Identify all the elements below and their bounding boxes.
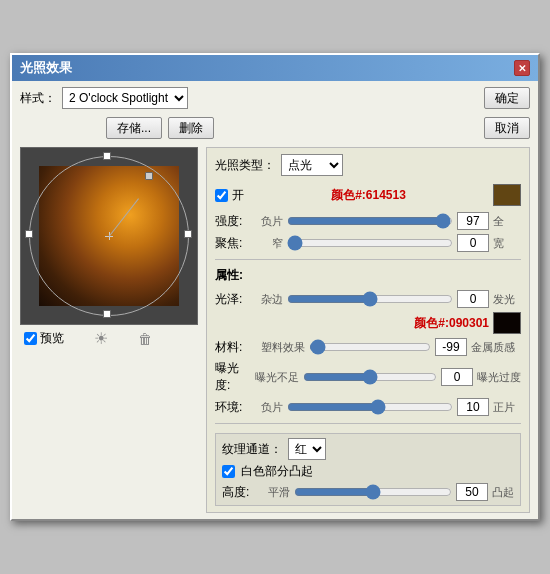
focus-label: 聚焦:: [215, 235, 251, 252]
style-select[interactable]: 2 O'clock Spotlight Blue Omni Circle of …: [62, 87, 188, 109]
gloss-slider-wrapper: [287, 292, 453, 306]
dialog-window: 光照效果 ✕ 样式： 2 O'clock Spotlight Blue Omni…: [10, 53, 540, 521]
gloss-slider[interactable]: [287, 292, 453, 306]
ambience-label: 环境:: [215, 399, 251, 416]
ambience-input[interactable]: [457, 398, 489, 416]
divider-1: [215, 259, 521, 260]
handle-right[interactable]: [184, 230, 192, 238]
focus-slider-wrapper: [287, 236, 453, 250]
material-slider[interactable]: [309, 340, 431, 354]
ambience-row: 环境: 负片 正片: [215, 398, 521, 416]
second-row: 存储... 删除 取消: [20, 117, 530, 139]
gloss-label: 光泽:: [215, 291, 251, 308]
exposure-min: 曝光不足: [255, 370, 299, 385]
canvas-area[interactable]: [20, 147, 198, 325]
height-min: 平滑: [262, 485, 290, 500]
exposure-slider[interactable]: [303, 370, 437, 384]
height-input[interactable]: [456, 483, 488, 501]
dialog-title: 光照效果: [20, 59, 72, 77]
light-type-select[interactable]: 点光 全光源 平行光: [281, 154, 343, 176]
exposure-input[interactable]: [441, 368, 473, 386]
open-checkbox[interactable]: [215, 189, 228, 202]
material-input[interactable]: [435, 338, 467, 356]
cancel-button[interactable]: 取消: [484, 117, 530, 139]
light-type-label: 光照类型：: [215, 157, 275, 174]
preview-checkbox[interactable]: [24, 332, 37, 345]
height-max: 凸起: [492, 485, 514, 500]
exposure-slider-wrapper: [303, 370, 437, 384]
material-label: 材料:: [215, 339, 251, 356]
gloss-min: 杂边: [255, 292, 283, 307]
gloss-input[interactable]: [457, 290, 489, 308]
white-checkbox[interactable]: [222, 465, 235, 478]
color-label-2: 颜色#:090301: [414, 315, 489, 332]
texture-channel-label: 纹理通道：: [222, 441, 282, 458]
focus-slider[interactable]: [287, 236, 453, 250]
material-slider-wrapper: [309, 340, 431, 354]
confirm-button[interactable]: 确定: [484, 87, 530, 109]
ambience-slider[interactable]: [287, 400, 453, 414]
store-button[interactable]: 存储...: [106, 117, 162, 139]
exposure-label: 曝光度:: [215, 360, 251, 394]
controls-panel: 光照类型： 点光 全光源 平行光 开 颜色#:614513: [206, 147, 530, 513]
ambience-slider-wrapper: [287, 400, 453, 414]
sun-icon: ☀: [94, 329, 108, 348]
focus-row: 聚焦: 窄 宽: [215, 234, 521, 252]
texture-channel-row: 纹理通道： 红 绿 蓝 无: [222, 438, 514, 460]
height-slider[interactable]: [294, 485, 452, 499]
focus-min: 窄: [255, 236, 283, 251]
white-check-row: 白色部分凸起: [222, 463, 514, 480]
preview-panel: 预览 ☀ 🗑: [20, 147, 198, 348]
height-row: 高度: 平滑 凸起: [222, 483, 514, 501]
focus-max: 宽: [493, 236, 521, 251]
material-max: 金属质感: [471, 340, 521, 355]
color-row-2: 颜色#:090301: [215, 312, 521, 334]
preview-check-row: 预览: [24, 330, 64, 347]
color-swatch-1[interactable]: [493, 184, 521, 206]
texture-channel-select[interactable]: 红 绿 蓝 无: [288, 438, 326, 460]
material-row: 材料: 塑料效果 金属质感: [215, 338, 521, 356]
intensity-input[interactable]: [457, 212, 489, 230]
intensity-min: 负片: [255, 214, 283, 229]
style-row: 样式： 2 O'clock Spotlight Blue Omni Circle…: [20, 87, 530, 109]
open-label: 开: [232, 187, 244, 204]
dialog-body: 样式： 2 O'clock Spotlight Blue Omni Circle…: [12, 81, 538, 519]
intensity-slider[interactable]: [287, 214, 453, 228]
height-label: 高度:: [222, 484, 258, 501]
color-swatch-2[interactable]: [493, 312, 521, 334]
handle-bottom[interactable]: [103, 310, 111, 318]
style-label: 样式：: [20, 90, 56, 107]
color-label-1: 颜色#:614513: [331, 187, 406, 204]
attributes-title: 属性:: [215, 267, 243, 284]
material-min: 塑料效果: [255, 340, 305, 355]
delete-button[interactable]: 删除: [168, 117, 214, 139]
gloss-max: 发光: [493, 292, 521, 307]
main-content: 预览 ☀ 🗑 光照类型： 点光 全光源 平行光: [20, 147, 530, 513]
handle-left[interactable]: [25, 230, 33, 238]
intensity-label: 强度:: [215, 213, 251, 230]
texture-section: 纹理通道： 红 绿 蓝 无 白色部分凸起: [215, 433, 521, 506]
preview-bottom: 预览 ☀ 🗑: [20, 329, 198, 348]
light-handle[interactable]: [145, 172, 153, 180]
intensity-row: 强度: 负片 全: [215, 212, 521, 230]
divider-2: [215, 423, 521, 424]
gloss-row: 光泽: 杂边 发光: [215, 290, 521, 308]
handle-top[interactable]: [103, 152, 111, 160]
exposure-max: 曝光过度: [477, 370, 521, 385]
white-check-label: 白色部分凸起: [241, 463, 313, 480]
trash-icon[interactable]: 🗑: [138, 331, 152, 347]
ambience-max: 正片: [493, 400, 521, 415]
close-button[interactable]: ✕: [514, 60, 530, 76]
intensity-max: 全: [493, 214, 521, 229]
open-row: 开 颜色#:614513: [215, 184, 521, 206]
open-left: 开: [215, 187, 244, 204]
ambience-min: 负片: [255, 400, 283, 415]
focus-input[interactable]: [457, 234, 489, 252]
attributes-header: 属性:: [215, 267, 521, 284]
exposure-row: 曝光度: 曝光不足 曝光过度: [215, 360, 521, 394]
height-slider-wrapper: [294, 485, 452, 499]
intensity-slider-wrapper: [287, 214, 453, 228]
preview-label: 预览: [40, 330, 64, 347]
title-bar: 光照效果 ✕: [12, 55, 538, 81]
light-type-row: 光照类型： 点光 全光源 平行光: [215, 154, 521, 176]
